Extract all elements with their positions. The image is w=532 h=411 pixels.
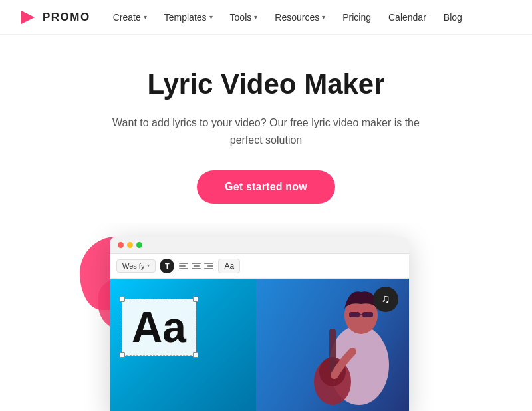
align-center-icon[interactable] [191,261,201,271]
nav-item-resources[interactable]: Resources ▾ [268,8,332,27]
window-close-dot [118,242,124,248]
text-sample: Aa [132,303,186,351]
editor-canvas: Aa ♫ [110,279,409,411]
nav-item-templates[interactable]: Templates ▾ [158,8,219,27]
nav-item-pricing[interactable]: Pricing [336,8,378,27]
align-left-icon[interactable] [178,261,189,271]
font-name: Wes fy [122,262,144,270]
window-minimize-dot [127,242,133,248]
nav-item-calendar[interactable]: Calendar [382,8,433,27]
nav-label-resources: Resources [275,12,319,23]
text-selection-box[interactable]: Aa [122,299,196,356]
resize-handle-tl[interactable] [120,297,125,302]
hero-section: Lyric Video Maker Want to add lyrics to … [0,35,532,223]
nav-label-pricing: Pricing [342,12,371,23]
chevron-down-icon: ▾ [254,13,257,21]
alignment-controls [178,261,214,271]
nav-label-templates: Templates [164,12,207,23]
chevron-down-icon: ▾ [147,263,150,269]
resize-handle-br[interactable] [193,352,198,358]
nav-item-create[interactable]: Create ▾ [106,8,154,27]
nav-item-blog[interactable]: Blog [437,8,469,27]
nav-label-create: Create [113,12,141,23]
get-started-button[interactable]: Get started now [197,170,335,204]
chevron-down-icon: ▾ [144,13,147,21]
resize-handle-bl[interactable] [120,352,125,358]
nav-label-calendar: Calendar [388,12,426,23]
nav-label-blog: Blog [444,12,462,23]
font-selector[interactable]: Wes fy ▾ [116,259,156,273]
text-style-button[interactable]: Aa [218,259,240,273]
logo[interactable]: PROMO [19,8,90,27]
window-expand-dot [136,242,142,248]
chevron-down-icon: ▾ [322,13,325,21]
music-button[interactable]: ♫ [373,287,398,312]
logo-text: PROMO [43,11,90,24]
bold-button[interactable]: T [160,259,174,273]
align-right-icon[interactable] [203,261,214,271]
svg-marker-0 [21,11,35,24]
resize-handle-tr[interactable] [193,297,198,302]
hero-subtitle: Want to add lyrics to your video? Our fr… [100,114,432,148]
window-titlebar [110,237,409,254]
navbar: PROMO Create ▾ Templates ▾ Tools ▾ Resou… [0,0,532,35]
promo-logo-icon [19,8,37,27]
page-title: Lyric Video Maker [13,68,519,101]
preview-section: Wes fy ▾ T Aa [0,223,532,411]
music-note-icon: ♫ [381,292,390,306]
editor-toolbar: Wes fy ▾ T Aa [110,254,409,279]
editor-window: Wes fy ▾ T Aa [110,237,409,411]
nav-label-tools: Tools [230,12,252,23]
chevron-down-icon: ▾ [209,13,213,21]
nav-item-tools[interactable]: Tools ▾ [223,8,265,27]
